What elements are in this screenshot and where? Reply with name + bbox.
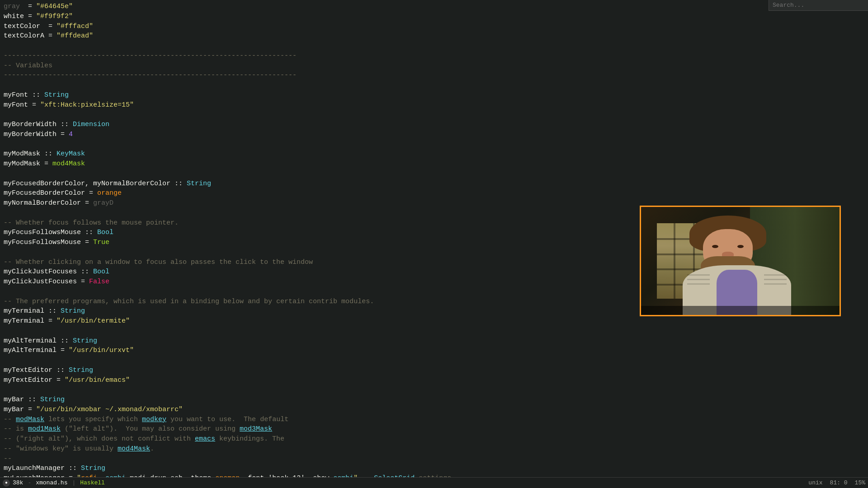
code-line [4, 110, 864, 120]
video-overlay [640, 206, 841, 316]
status-icon-symbol: ● [5, 480, 8, 485]
code-line: myTextEditor :: String [4, 366, 864, 375]
code-line: myFont = "xft:Hack:pixelsize=15" [4, 100, 864, 110]
code-line [4, 326, 864, 336]
code-line [4, 41, 864, 51]
person-face [703, 229, 753, 270]
code-line [4, 140, 864, 150]
status-right: unix 81: 0 15% [808, 479, 865, 486]
code-line: myFocusedBorderColor, myNormalBorderColo… [4, 179, 864, 189]
code-line: textColor = "#fffacd" [4, 22, 864, 32]
code-line: -- Variables [4, 61, 864, 71]
code-line [4, 169, 864, 179]
code-line: myBar :: String [4, 395, 864, 405]
encoding: unix [808, 479, 822, 486]
code-line: ----------------------------------------… [4, 70, 864, 80]
code-line: -- ("right alt"), which does not conflic… [4, 434, 864, 444]
code-line [4, 80, 864, 90]
code-line: -- [4, 454, 864, 464]
code-line: myModMask = mod4Mask [4, 159, 864, 169]
code-line: myBar = "/usr/bin/xmobar ~/.xmonad/xmoba… [4, 405, 864, 415]
code-line: myLaunchManager :: String [4, 464, 864, 474]
code-line: myAltTerminal = "/usr/bin/urxvt" [4, 346, 864, 356]
filename[interactable]: xmonad.hs [36, 479, 67, 486]
cursor-position: 81: 0 [830, 479, 848, 486]
code-line: ----------------------------------------… [4, 51, 864, 61]
search-input[interactable] [773, 2, 864, 9]
status-indicator: ● [3, 479, 10, 487]
code-line: myTerminal = "/usr/bin/termite" [4, 316, 864, 326]
code-line: myModMask :: KeyMask [4, 149, 864, 159]
code-line: -- modMask lets you specify which modkey… [4, 415, 864, 425]
code-line: myBorderWidth :: Dimension [4, 120, 864, 130]
code-line: myTextEditor = "/usr/bin/emacs" [4, 375, 864, 385]
code-line: myFocusedBorderColor = orange [4, 188, 864, 198]
code-line: textColorA = "#ffdead" [4, 31, 864, 41]
video-frame [641, 207, 840, 315]
code-line: -- is mod1Mask ("left alt"). You may als… [4, 424, 864, 434]
code-line: gray = "#64645e" [4, 2, 864, 12]
code-line: myAltTerminal :: String [4, 336, 864, 346]
code-line: myFont :: String [4, 90, 864, 100]
code-line: white = "#f9f9f2" [4, 12, 864, 22]
scroll-percent: 15% [855, 479, 865, 486]
code-line [4, 385, 864, 395]
code-line: myBorderWidth = 4 [4, 130, 864, 140]
file-size: 38k [13, 479, 23, 486]
search-bar[interactable] [769, 0, 868, 11]
statusbar: ● 38k - xmonad.hs | Haskell unix 81: 0 1… [0, 477, 868, 488]
code-line: -- "windows key" is usually mod4Mask. [4, 444, 864, 454]
filetype: Haskell [80, 479, 105, 486]
code-line [4, 356, 864, 366]
